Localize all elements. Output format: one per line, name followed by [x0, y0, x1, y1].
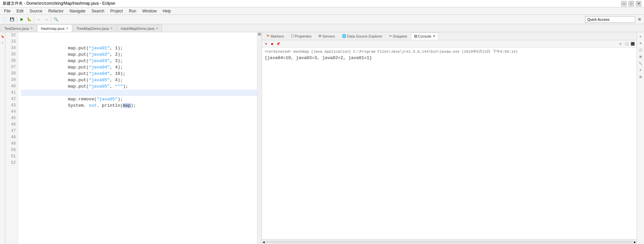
code-line-48 [21, 134, 257, 141]
titlebar: 新建文件夹 - Dome/src/com/zking/Map/Hashmap.j… [0, 0, 644, 7]
code-line-44 [21, 109, 257, 115]
menu-edit[interactable]: Edit [14, 8, 26, 14]
panel-tab-markers-label: Markers [271, 34, 284, 38]
code-content[interactable]: map.put(“java01”, 1); map.put(“java02”, … [18, 32, 257, 244]
panel-tab-datasource[interactable]: 🌐 Data Source Explorer [339, 33, 385, 40]
scroll-right-icon[interactable]: ▸ [634, 240, 636, 244]
tab-treemapdemo-close[interactable]: ✕ [110, 27, 113, 30]
panel-tab-properties-icon: ☐ [291, 34, 294, 38]
editor-vertical-scrollbar[interactable] [257, 32, 262, 244]
titlebar-controls: — □ ✕ [621, 1, 641, 6]
clear-console-button[interactable]: ✕ [263, 41, 269, 47]
console-terminated-text: <terminated> Hashmap [Java Application] … [265, 49, 634, 54]
toolbar: 📄 💾 ▶ 🐛 ← → 🔍 Quick Access ⊞ [0, 15, 644, 24]
back-button[interactable]: ← [36, 16, 42, 23]
code-line-41: map.remove(“java05”); [21, 90, 257, 96]
panel-tab-snippets-label: Snippets [393, 34, 407, 38]
quick-access-input[interactable]: Quick Access [585, 16, 635, 23]
code-line-33: map.put(“java01”, 1); [21, 39, 257, 45]
panel-tab-markers-icon: ⚑ [266, 34, 270, 38]
panel-tab-datasource-label: Data Source Explorer [347, 34, 382, 38]
code-line-49 [21, 141, 257, 147]
console-horizontal-scrollbar[interactable]: ◂ ▸ [262, 239, 637, 244]
panel-tab-servers-label: Servers [322, 34, 335, 38]
maximize-button[interactable]: □ [629, 1, 634, 6]
panel-tab-servers-icon: ⚙ [318, 34, 322, 38]
close-button[interactable]: ✕ [636, 1, 641, 6]
right-icon-6[interactable]: # [638, 67, 644, 73]
right-panel: ⚑ Markers ☐ Properties ⚙ Servers 🌐 Data … [262, 32, 637, 244]
tab-hashmapdemo[interactable]: HashMapDemo.java ✕ [117, 25, 162, 32]
code-editor[interactable]: 32 33 34 35 36 37 38 39 40 41 42 43 44 4… [5, 32, 262, 244]
minimize-button[interactable]: — [621, 1, 627, 6]
panel-tab-servers[interactable]: ⚙ Servers [315, 33, 338, 40]
tab-testdemo[interactable]: TestDemo.java ✕ [1, 25, 37, 32]
menu-window[interactable]: Window [140, 8, 159, 14]
console-minimize-button[interactable]: ⬜ [624, 41, 629, 47]
tab-treemapdemo[interactable]: TreeMapDemo.java ✕ [73, 25, 116, 32]
right-icon-7[interactable]: ⊞ [638, 74, 644, 80]
search-button[interactable]: 🔍 [53, 16, 59, 23]
forward-button[interactable]: → [43, 16, 50, 23]
panel-tab-properties-label: Properties [295, 34, 312, 38]
right-icon-4[interactable]: ⊠ [638, 54, 644, 60]
tab-hashmapdemo-close[interactable]: ✕ [156, 27, 158, 30]
tab-hashmap-label: Hashmap.java [41, 27, 64, 31]
menu-navigate[interactable]: Navigate [67, 8, 88, 14]
right-icon-2[interactable]: ✕ [638, 40, 644, 46]
menu-help[interactable]: Help [160, 8, 174, 14]
menu-run[interactable]: Run [126, 8, 139, 14]
console-menu-button[interactable]: ≡ [618, 41, 623, 47]
right-icon-3[interactable]: ⬜ [638, 47, 644, 53]
panel-tab-snippets-icon: ✂ [389, 34, 392, 38]
scroll-left-icon[interactable]: ◂ [263, 240, 265, 244]
debug-button[interactable]: 🐛 [26, 16, 33, 23]
perspectives-button[interactable]: ⊞ [636, 16, 643, 23]
menu-project[interactable]: Project [108, 8, 125, 14]
panel-tab-console-close[interactable]: ✕ [433, 34, 435, 38]
console-maximize-button[interactable]: ⬛ [630, 41, 635, 47]
right-icon-panel: ≡ ✕ ⬜ ⊠ 🔧 # ⊞ [637, 32, 644, 244]
code-line-46 [21, 121, 257, 128]
panel-tab-console[interactable]: ▤ Console ✕ [411, 33, 438, 40]
menu-search[interactable]: Search [89, 8, 107, 14]
console-result-text: {java04=10, java03=3, java02=2, java01=1… [265, 55, 634, 60]
code-line-51 [21, 153, 257, 160]
right-icon-5[interactable]: 🔧 [638, 60, 644, 66]
toolbar-separator-3 [51, 16, 51, 22]
line-numbers: 32 33 34 35 36 37 38 39 40 41 42 43 44 4… [5, 32, 18, 244]
tab-hashmap[interactable]: Hashmap.java ✕ [37, 25, 72, 32]
run-button[interactable]: ▶ [18, 16, 25, 23]
toolbar-separator-2 [34, 16, 34, 22]
stop-button[interactable]: ■ [269, 41, 275, 47]
new-button[interactable]: 📄 [1, 16, 8, 23]
tab-treemapdemo-label: TreeMapDemo.java [76, 27, 109, 31]
quick-access-label: Quick Access [587, 17, 609, 21]
panel-tabbar: ⚑ Markers ☐ Properties ⚙ Servers 🌐 Data … [262, 32, 637, 40]
bookmark-icon[interactable]: 🔖 [0, 34, 6, 40]
panel-toolbar: ✕ ■ 📌 ≡ ⬜ ⬛ [262, 40, 637, 48]
toolbar-separator-1 [17, 16, 17, 22]
right-icon-1[interactable]: ≡ [638, 34, 644, 40]
menu-source[interactable]: Source [27, 8, 45, 14]
panel-tab-properties[interactable]: ☐ Properties [288, 33, 315, 40]
main-area: 🔖 ✓ 32 33 34 35 36 37 38 39 40 41 42 43 … [0, 32, 644, 244]
code-line-45 [21, 115, 257, 121]
scroll-track[interactable] [265, 241, 633, 243]
left-icon-gutter: 🔖 ✓ [0, 32, 5, 244]
menu-file[interactable]: File [1, 8, 13, 14]
panel-tab-snippets[interactable]: ✂ Snippets [386, 33, 410, 40]
task-icon[interactable]: ✓ [0, 40, 6, 46]
tab-testdemo-close[interactable]: ✕ [30, 27, 33, 30]
panel-tab-markers[interactable]: ⚑ Markers [263, 33, 287, 40]
menu-refactor[interactable]: Refactor [46, 8, 66, 14]
pin-button[interactable]: 📌 [275, 41, 281, 47]
tab-hashmap-close[interactable]: ✕ [66, 27, 68, 30]
titlebar-title: 新建文件夹 - Dome/src/com/zking/Map/Hashmap.j… [3, 1, 115, 6]
panel-tab-console-icon: ▤ [414, 34, 417, 38]
tab-hashmapdemo-label: HashMapDemo.java [121, 27, 154, 31]
code-line-47 [21, 128, 257, 134]
code-line-52 [21, 160, 257, 166]
panel-tab-console-label: Console [418, 34, 431, 38]
save-button[interactable]: 💾 [9, 16, 15, 23]
